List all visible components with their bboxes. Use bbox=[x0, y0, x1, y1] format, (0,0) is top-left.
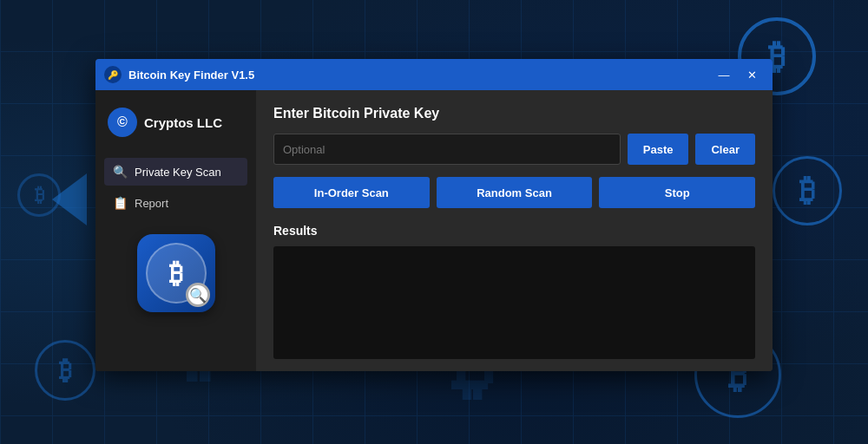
app-icon: 🔑 bbox=[104, 66, 122, 83]
in-order-scan-button[interactable]: In-Order Scan bbox=[273, 177, 430, 208]
stop-button[interactable]: Stop bbox=[599, 177, 755, 208]
sidebar-item-private-key-scan[interactable]: 🔍 Private Key Scan bbox=[104, 158, 247, 186]
coin-mid-left: ₿ bbox=[17, 173, 61, 217]
sidebar: © Cryptos LLC 🔍 Private Key Scan 📋 Repor… bbox=[95, 90, 256, 371]
coin-mid-right: ₿ bbox=[773, 156, 842, 225]
sidebar-item-label-scan: Private Key Scan bbox=[135, 166, 221, 179]
results-area bbox=[273, 246, 755, 359]
random-scan-button[interactable]: Random Scan bbox=[437, 177, 593, 208]
sidebar-logo: © Cryptos LLC bbox=[104, 108, 247, 137]
minimize-button[interactable]: — bbox=[712, 65, 736, 84]
sidebar-item-label-report: Report bbox=[135, 197, 168, 210]
search-icon: 🔍 bbox=[113, 165, 128, 179]
sidebar-item-report[interactable]: 📋 Report bbox=[104, 189, 247, 217]
logo-icon: © bbox=[108, 108, 137, 137]
results-label: Results bbox=[273, 224, 755, 238]
btc-symbol: ₿ bbox=[169, 258, 183, 290]
main-window: 🔑 Bitcoin Key Finder V1.5 — ✕ © Cryptos … bbox=[95, 59, 773, 371]
close-button[interactable]: ✕ bbox=[740, 65, 764, 84]
main-content: Enter Bitcoin Private Key Paste Clear In… bbox=[256, 90, 773, 371]
logo-text: Cryptos LLC bbox=[144, 115, 222, 130]
clear-button[interactable]: Clear bbox=[695, 134, 755, 165]
window-controls: — ✕ bbox=[712, 65, 764, 84]
title-bar: 🔑 Bitcoin Key Finder V1.5 — ✕ bbox=[95, 59, 773, 90]
key-input-row: Paste Clear bbox=[273, 134, 755, 165]
section-title: Enter Bitcoin Private Key bbox=[273, 106, 755, 121]
bitcoin-logo-box: ₿ 🔍 bbox=[137, 234, 215, 312]
report-icon: 📋 bbox=[113, 196, 128, 210]
paste-button[interactable]: Paste bbox=[628, 134, 689, 165]
window-body: © Cryptos LLC 🔍 Private Key Scan 📋 Repor… bbox=[95, 90, 773, 371]
window-title: Bitcoin Key Finder V1.5 bbox=[128, 69, 705, 82]
coin-bot-left: ₿ bbox=[35, 340, 95, 401]
scan-buttons-row: In-Order Scan Random Scan Stop bbox=[273, 177, 755, 208]
magnify-icon: 🔍 bbox=[186, 283, 210, 307]
private-key-input[interactable] bbox=[273, 134, 621, 165]
